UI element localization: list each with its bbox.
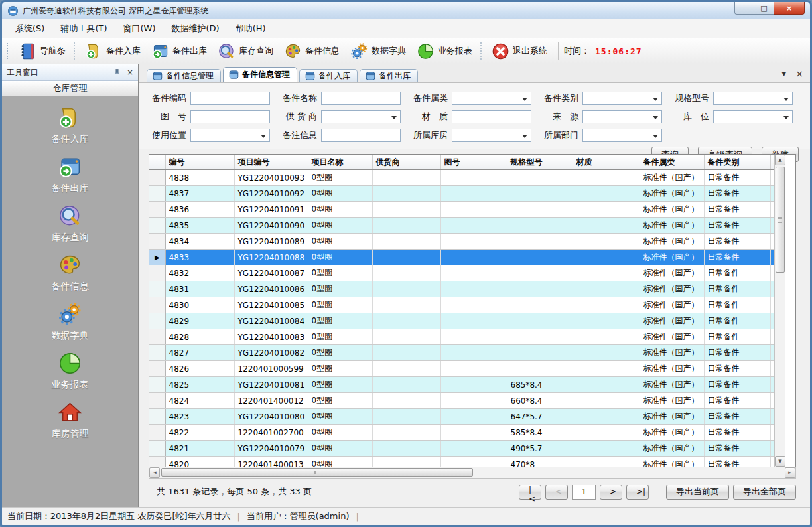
- toolbar-button-business-report[interactable]: 业务报表: [411, 40, 478, 62]
- department-select[interactable]: [582, 129, 662, 142]
- row-selector-cell[interactable]: [149, 377, 165, 393]
- export-all-pages-button[interactable]: 导出全部页: [733, 485, 796, 500]
- table-row-4825[interactable]: 4825YG122040100810型圈685*8.4标准件（国产）日常备件PC: [149, 377, 774, 393]
- table-row-4830[interactable]: 4830YG122040100850型圈标准件（国产）日常备件M: [149, 297, 774, 313]
- sidebar-item-stock-query[interactable]: 库存查询: [52, 204, 89, 244]
- table-row-4829[interactable]: 4829YG122040100840型圈标准件（国产）日常备件M: [149, 313, 774, 329]
- scroll-right-icon[interactable]: ►: [785, 467, 795, 478]
- tab-close-icon[interactable]: ×: [795, 68, 803, 79]
- table-row-4833[interactable]: ▶4833YG122040100880型圈标准件（国产）日常备件M: [149, 250, 774, 265]
- row-selector-cell[interactable]: [149, 313, 165, 329]
- row-selector-cell[interactable]: [149, 234, 165, 250]
- row-selector-cell[interactable]: [149, 409, 165, 425]
- toolbar-button-parts-outbound[interactable]: 备件出库: [146, 40, 212, 62]
- tab-parts-info-manage-1[interactable]: 备件信息管理: [147, 69, 221, 82]
- toolbar-button-exit-system[interactable]: 退出系统: [486, 40, 553, 62]
- menu-item-窗口W[interactable]: 窗口(W): [115, 20, 164, 37]
- tab-list-dropdown-icon[interactable]: ▼: [781, 70, 786, 77]
- maximize-button[interactable]: □: [754, 2, 774, 15]
- row-selector-cell[interactable]: [149, 361, 165, 377]
- vertical-scrollbar[interactable]: ▲ ▼: [774, 155, 785, 467]
- scroll-left-icon[interactable]: ◄: [149, 467, 160, 478]
- minimize-button[interactable]: —: [734, 2, 754, 15]
- vertical-scroll-thumb[interactable]: [776, 167, 785, 273]
- scroll-up-icon[interactable]: ▲: [775, 155, 785, 165]
- column-header-项目名称[interactable]: 项目名称: [308, 155, 372, 170]
- table-row-4835[interactable]: 4835YG122040100900型圈标准件（国产）日常备件M: [149, 218, 774, 234]
- toolbar-button-parts-inbound[interactable]: 备件入库: [80, 40, 146, 62]
- table-row-4827[interactable]: 4827YG122040100820型圈标准件（国产）日常备件M: [149, 345, 774, 361]
- use-position-select[interactable]: [190, 129, 270, 142]
- toolbar-button-parts-info[interactable]: 备件信息: [279, 40, 345, 62]
- row-selector-cell[interactable]: [149, 457, 165, 467]
- row-selector-cell[interactable]: [149, 265, 165, 281]
- sidebar-item-business-report[interactable]: 业务报表: [52, 351, 89, 391]
- column-header-项目编号[interactable]: 项目编号: [234, 155, 308, 170]
- row-selector-cell[interactable]: [149, 281, 165, 297]
- warehouse-select[interactable]: [452, 129, 531, 142]
- part-code-input[interactable]: [190, 92, 270, 105]
- last-page-button[interactable]: >|: [626, 485, 649, 500]
- table-row-4831[interactable]: 4831YG122040100860型圈标准件（国产）日常备件M: [149, 281, 774, 297]
- close-button[interactable]: ×: [774, 2, 805, 15]
- row-selector-cell[interactable]: [149, 345, 165, 361]
- location-select[interactable]: [713, 110, 793, 123]
- menu-item-辅助工具T[interactable]: 辅助工具(T): [52, 20, 115, 37]
- menu-item-数据维护D[interactable]: 数据维护(D): [164, 20, 228, 37]
- table-row-4826[interactable]: 482612204010005990型圈标准件（国产）日常备件M: [149, 361, 774, 377]
- column-header-备件属类[interactable]: 备件属类: [640, 155, 704, 170]
- tab-parts-outbound[interactable]: 备件出库: [360, 69, 418, 82]
- supplier-select[interactable]: [321, 110, 401, 123]
- sidebar-item-data-dictionary[interactable]: 数据字典: [52, 302, 89, 342]
- toolbar-grip[interactable]: [7, 43, 11, 59]
- next-page-button[interactable]: >: [600, 485, 622, 500]
- row-selector-cell[interactable]: [149, 329, 165, 345]
- material-input[interactable]: [452, 110, 531, 123]
- menu-item-帮助H[interactable]: 帮助(H): [228, 20, 274, 37]
- horizontal-scrollbar[interactable]: ◄ ►: [149, 467, 796, 479]
- column-header-供货商[interactable]: 供货商: [372, 155, 440, 170]
- selected-row-arrow[interactable]: ▶: [149, 250, 165, 265]
- part-category-select[interactable]: [452, 92, 531, 105]
- table-row-4828[interactable]: 4828YG122040100830型圈标准件（国产）日常备件M: [149, 329, 774, 345]
- row-selector-cell[interactable]: [149, 297, 165, 313]
- pin-icon[interactable]: [113, 68, 121, 77]
- sidebar-item-warehouse-manage[interactable]: 库房管理: [52, 400, 89, 440]
- source-select[interactable]: [582, 110, 662, 123]
- table-row-4832[interactable]: 4832YG122040100870型圈标准件（国产）日常备件M: [149, 265, 774, 281]
- table-row-4820[interactable]: 482012204014000130型圈470*8标准件（国产）日常备件PC: [149, 457, 774, 467]
- prev-page-button[interactable]: <: [545, 485, 568, 500]
- first-page-button[interactable]: |<: [519, 485, 541, 500]
- page-number-input[interactable]: [572, 485, 596, 500]
- drawing-no-input[interactable]: [190, 110, 270, 123]
- table-row-4821[interactable]: 4821YG122040100790型圈490*5.7标准件（国产）日常备件PC: [149, 441, 774, 457]
- column-header-材质[interactable]: 材质: [573, 155, 640, 170]
- table-row-4824[interactable]: 482412204014000120型圈660*8.4标准件（国产）日常备件PC: [149, 393, 774, 409]
- row-selector-cell[interactable]: [149, 393, 165, 409]
- row-selector-cell[interactable]: [149, 202, 165, 218]
- tab-parts-inbound[interactable]: 备件入库: [299, 69, 358, 82]
- column-header-图号[interactable]: 图号: [440, 155, 507, 170]
- table-row-4834[interactable]: 4834YG122040100890型圈标准件（国产）日常备件M: [149, 234, 774, 250]
- sidebar-close-icon[interactable]: ×: [127, 68, 133, 77]
- row-selector-cell[interactable]: [149, 441, 165, 457]
- toolbar-button-navigator[interactable]: 导航条: [13, 40, 71, 62]
- row-selector-cell[interactable]: [149, 186, 165, 202]
- horizontal-scroll-thumb[interactable]: [161, 468, 473, 477]
- part-type-select[interactable]: [582, 92, 662, 105]
- scroll-down-icon[interactable]: ▼: [775, 456, 785, 467]
- remark-input[interactable]: [321, 129, 401, 142]
- tab-parts-info-manage-2[interactable]: 备件信息管理: [223, 67, 297, 82]
- table-row-4838[interactable]: 4838YG122040100930型圈标准件（国产）日常备件M: [149, 170, 774, 186]
- column-header-备件类别[interactable]: 备件类别: [704, 155, 770, 170]
- row-selector-cell[interactable]: [149, 425, 165, 441]
- row-selector-cell[interactable]: [149, 170, 165, 186]
- table-row-4837[interactable]: 4837YG122040100920型圈标准件（国产）日常备件M: [149, 186, 774, 202]
- row-selector-cell[interactable]: [149, 218, 165, 234]
- table-row-4822[interactable]: 482212204010027000型圈585*8.4标准件（国产）日常备件PC: [149, 425, 774, 441]
- part-name-input[interactable]: [321, 92, 401, 105]
- table-row-4836[interactable]: 4836YG122040100910型圈标准件（国产）日常备件M: [149, 202, 774, 218]
- table-row-4823[interactable]: 4823YG122040100800型圈647*5.7标准件（国产）日常备件PC: [149, 409, 774, 425]
- sidebar-item-parts-inbound[interactable]: 备件入库: [52, 106, 89, 145]
- column-header-规格型号[interactable]: 规格型号: [507, 155, 573, 170]
